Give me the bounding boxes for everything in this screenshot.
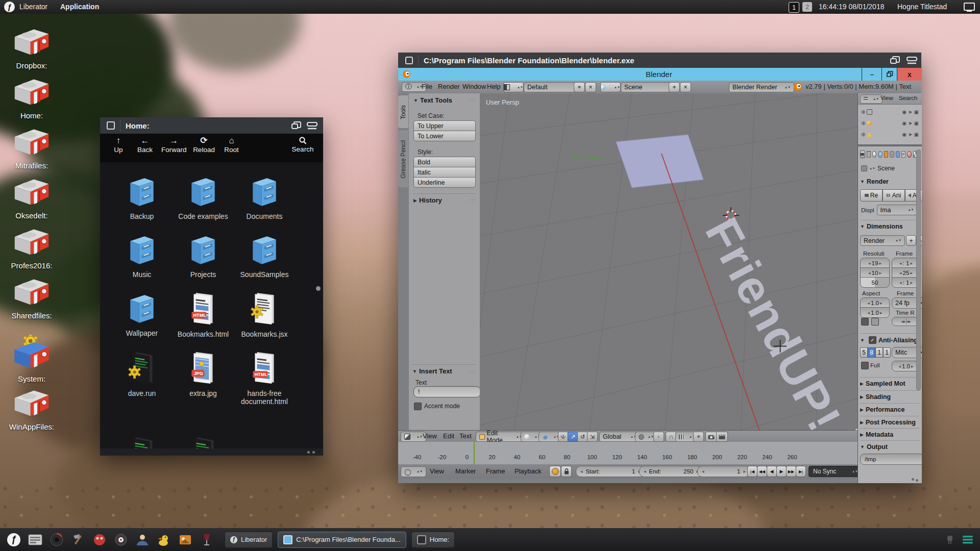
fm-window-icon[interactable]: [107, 121, 115, 130]
menu-help[interactable]: Help: [487, 83, 501, 90]
aa-samples-11-button[interactable]: 1: [875, 347, 883, 358]
menu-liberator[interactable]: Liberator: [19, 3, 47, 11]
blender-app-titlebar[interactable]: Blender – x: [398, 68, 921, 81]
file-item[interactable]: Bookmarks.jsx: [235, 291, 294, 338]
to-upper-button[interactable]: To Upper: [413, 120, 476, 131]
menu-file[interactable]: File: [422, 83, 432, 90]
renderable-icon[interactable]: ▣: [914, 120, 919, 126]
fm-tool-forward[interactable]: → Forward: [161, 134, 187, 154]
panel-grip[interactable]: ::::: [468, 197, 476, 203]
disclosure-icon[interactable]: ▶: [860, 381, 864, 386]
timeline-ruler[interactable]: -40 -20 0 20 40 60 80 100 120 140 160 18…: [398, 442, 857, 465]
wm-window-icon[interactable]: [405, 57, 413, 64]
text-menu[interactable]: Text: [459, 432, 472, 440]
tab-material-icon[interactable]: [907, 151, 911, 158]
render-panel-header[interactable]: Render: [867, 178, 889, 185]
disclosure-icon[interactable]: ▶: [413, 198, 417, 203]
task-button-home[interactable]: Home:: [411, 532, 455, 548]
translate-manipulator-button[interactable]: ↗: [568, 432, 578, 442]
fm-tool-back[interactable]: ← Back: [134, 134, 156, 154]
performance-panel-header[interactable]: Performance: [866, 406, 904, 413]
selectable-icon[interactable]: ➤: [908, 120, 912, 126]
current-frame-field[interactable]: ◂ 1 ▸: [697, 466, 750, 477]
dimensions-panel-header[interactable]: Dimensions: [867, 223, 903, 230]
tab-object-icon[interactable]: [884, 151, 888, 158]
sampled-motion-panel-header[interactable]: Sampled Mot: [866, 380, 905, 387]
outliner-row[interactable]: ⊕ ◉ ➤ ▣: [861, 130, 919, 139]
close-button[interactable]: x: [897, 68, 922, 81]
prev-keyframe-button[interactable]: ◀◀: [757, 466, 767, 477]
stepper-left-icon[interactable]: ◂: [644, 469, 646, 474]
fm-file-area[interactable]: Backup Code examples Documents Music Pro…: [100, 162, 323, 448]
task-button-blender[interactable]: C:\Program Files\Blender Founda...: [278, 532, 406, 548]
layout-add-button[interactable]: +: [574, 82, 585, 92]
post-processing-panel-header[interactable]: Post Processing: [866, 419, 916, 426]
file-item[interactable]: Backup: [112, 175, 172, 220]
disclosure-icon[interactable]: ▼: [860, 224, 865, 229]
crop-checkbox[interactable]: [871, 318, 879, 325]
fm-shade-icon[interactable]: [306, 121, 318, 130]
desktop-icon-oksedelt[interactable]: Oksedelt:: [3, 177, 60, 220]
fm-tool-root[interactable]: ⌂ Root: [220, 134, 243, 154]
fm-restore-icon[interactable]: [291, 121, 302, 130]
lock-button[interactable]: [561, 466, 572, 477]
view-menu[interactable]: View: [423, 432, 437, 440]
viewport-3d[interactable]: FriendUP! User Persp y (1) Text: [480, 93, 857, 430]
file-item[interactable]: Music: [112, 233, 172, 279]
insert-text-panel-header[interactable]: Insert Text: [419, 367, 452, 375]
preset-add-button[interactable]: +: [906, 235, 916, 246]
mode-select[interactable]: Edit Mode▲▼: [476, 432, 526, 442]
tab-data-icon[interactable]: F: [901, 151, 905, 158]
play-reverse-button[interactable]: ◀: [767, 466, 777, 477]
aa-samples-8-button[interactable]: 8: [868, 347, 875, 358]
bold-button[interactable]: Bold: [413, 157, 476, 167]
jump-end-button[interactable]: ▶|: [796, 466, 806, 477]
render-button[interactable]: Re: [860, 189, 883, 202]
expand-icon[interactable]: ⊕: [861, 109, 865, 115]
renderable-icon[interactable]: ▣: [914, 132, 919, 137]
editor-type-outliner-selector[interactable]: ▲▼: [860, 94, 883, 104]
rotate-manipulator-button[interactable]: ↺: [577, 432, 588, 442]
opengl-render-anim-button[interactable]: [716, 432, 728, 442]
jump-start-button[interactable]: |◀: [747, 466, 757, 477]
breadcrumb-scene[interactable]: Scene: [877, 165, 895, 172]
blender-resize-grip[interactable]: [916, 479, 918, 482]
disclosure-icon[interactable]: ▼: [413, 98, 418, 103]
file-item[interactable]: SoundSamples: [235, 233, 294, 279]
stepper-left-icon[interactable]: ◂: [580, 469, 583, 474]
disclosure-icon[interactable]: ▼: [860, 179, 865, 184]
timeline-frame-menu[interactable]: Frame: [486, 467, 505, 475]
outliner-view-menu[interactable]: View: [880, 95, 893, 101]
timeline-marker-menu[interactable]: Marker: [455, 467, 476, 475]
taskbar-terminal-icon[interactable]: [26, 531, 44, 549]
wm-restore-icon[interactable]: [890, 56, 901, 65]
fm-resize-grip[interactable]: [307, 451, 310, 454]
disclosure-icon[interactable]: ▶: [860, 432, 864, 437]
edit-menu[interactable]: Edit: [443, 432, 454, 440]
outliner-search-menu[interactable]: Search: [899, 95, 917, 101]
tab-constraints-icon[interactable]: [890, 151, 894, 158]
visibility-eye-icon[interactable]: ◉: [902, 132, 906, 137]
timeline-playback-menu[interactable]: Playback: [514, 467, 542, 475]
border-checkbox[interactable]: [861, 318, 869, 325]
menu-window[interactable]: Window: [462, 83, 486, 90]
play-button[interactable]: ▶: [776, 466, 787, 477]
italic-button[interactable]: Italic: [413, 167, 476, 178]
fm-scrollbar-handle[interactable]: [316, 286, 321, 291]
tab-render-icon[interactable]: [860, 151, 865, 158]
antialiasing-panel-header[interactable]: Anti-Aliasing: [878, 337, 918, 344]
layout-delete-button[interactable]: ×: [585, 82, 596, 92]
sync-select[interactable]: No Sync ▲▼: [808, 466, 863, 477]
display-select[interactable]: Ima▲▼: [877, 205, 918, 215]
tab-render-layers-icon[interactable]: [867, 151, 871, 158]
expand-icon[interactable]: ⊕: [861, 120, 865, 126]
panel-grip[interactable]: ::::: [468, 97, 476, 103]
selectable-icon[interactable]: ➤: [908, 109, 912, 115]
visibility-eye-icon[interactable]: ◉: [902, 120, 906, 126]
end-frame-field[interactable]: ◂ End: 250 ▸: [639, 466, 703, 477]
start-frame-field[interactable]: ◂ Start: 1 ▸: [576, 466, 645, 477]
render-engine-select[interactable]: Blender Render▲▼: [729, 82, 794, 92]
dimensions-preset-select[interactable]: Render▲▼: [860, 235, 905, 246]
taskbar-disc-icon[interactable]: [47, 531, 66, 549]
desktop-icon-profes2016[interactable]: Profes2016:: [3, 227, 60, 270]
